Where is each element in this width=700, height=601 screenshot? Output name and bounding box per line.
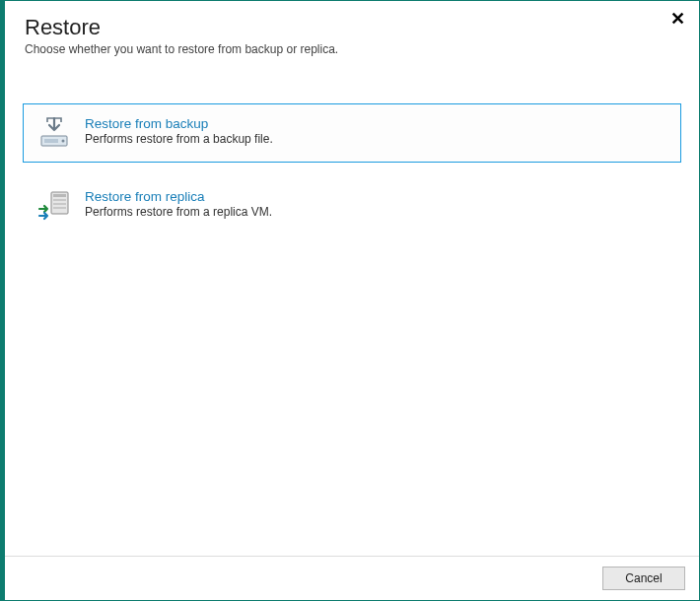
svg-rect-6 (53, 203, 66, 205)
cancel-button[interactable]: Cancel (602, 567, 685, 590)
option-description: Performs restore from a backup file. (85, 132, 666, 146)
svg-rect-1 (44, 139, 58, 143)
backup-restore-icon (37, 116, 71, 150)
svg-rect-4 (53, 194, 66, 197)
option-text: Restore from replica Performs restore fr… (85, 189, 666, 219)
svg-point-2 (62, 140, 65, 143)
replica-restore-icon (37, 189, 71, 223)
close-icon: ✕ (670, 8, 685, 30)
close-button[interactable]: ✕ (667, 9, 687, 29)
dialog-footer: Cancel (5, 556, 699, 600)
option-text: Restore from backup Performs restore fro… (85, 116, 666, 146)
option-description: Performs restore from a replica VM. (85, 205, 666, 219)
option-title: Restore from backup (85, 116, 666, 131)
dialog-header: Restore Choose whether you want to resto… (5, 1, 699, 64)
restore-dialog: ✕ Restore Choose whether you want to res… (0, 0, 700, 601)
svg-rect-5 (53, 199, 66, 201)
dialog-title: Restore (25, 15, 679, 40)
option-restore-from-replica[interactable]: Restore from replica Performs restore fr… (23, 176, 681, 235)
option-restore-from-backup[interactable]: Restore from backup Performs restore fro… (23, 103, 681, 163)
dialog-subtitle: Choose whether you want to restore from … (25, 42, 679, 56)
dialog-content: Restore from backup Performs restore fro… (5, 64, 699, 556)
option-title: Restore from replica (85, 189, 666, 204)
svg-rect-7 (53, 207, 66, 209)
